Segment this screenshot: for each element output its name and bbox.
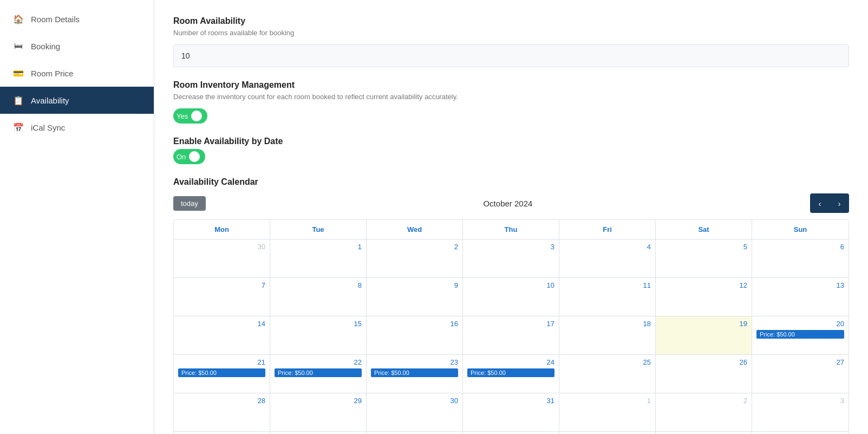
day-number: 7 <box>178 281 265 289</box>
day-header-tue: Tue <box>270 220 367 239</box>
calendar-cell[interactable]: 20Price: $50.00 <box>752 316 849 354</box>
calendar-cell[interactable]: 1 <box>559 393 656 431</box>
calendar-cell[interactable]: 9 <box>367 278 463 316</box>
today-button[interactable]: today <box>173 196 206 211</box>
enable-availability-toggle-wrapper: On <box>173 149 849 164</box>
sidebar-label-booking: Booking <box>31 42 60 51</box>
day-header-sat: Sat <box>656 220 752 239</box>
day-number: 16 <box>371 320 458 328</box>
calendar-cell[interactable]: 3 <box>752 393 849 431</box>
calendar-cell[interactable]: 12 <box>656 278 752 316</box>
calendar-cell[interactable]: 19 <box>656 316 752 354</box>
inventory-toggle[interactable]: Yes <box>173 108 207 124</box>
day-number: 31 <box>467 397 554 405</box>
availability-input[interactable] <box>173 44 849 67</box>
calendar-cell[interactable]: 23Price: $50.00 <box>367 355 463 393</box>
calendar-week-0: 30123456 <box>174 239 849 278</box>
calendar-cell[interactable]: 24Price: $50.00 <box>463 355 559 393</box>
day-number: 20 <box>756 320 844 328</box>
enable-availability-toggle[interactable]: On <box>173 149 205 164</box>
calendar-week-5: 45678910 <box>174 432 849 434</box>
day-number: 25 <box>564 358 651 366</box>
calendar-cell[interactable]: 30 <box>367 393 463 431</box>
calendar-cell[interactable]: 2 <box>367 239 463 277</box>
calendar-cell[interactable]: 4 <box>174 432 270 434</box>
booking-icon: 🛏 <box>12 40 24 52</box>
day-number: 1 <box>564 397 651 405</box>
price-tag: Price: $50.00 <box>178 368 265 377</box>
calendar-cell[interactable]: 1 <box>270 239 367 277</box>
calendar-cell[interactable]: 27 <box>752 355 849 393</box>
calendar-cell[interactable]: 8 <box>559 432 656 434</box>
calendar-cell[interactable]: 17 <box>463 316 559 354</box>
calendar-cell[interactable]: 22Price: $50.00 <box>270 355 367 393</box>
day-number: 2 <box>660 397 747 405</box>
calendar-cell[interactable]: 9 <box>656 432 752 434</box>
day-number: 5 <box>660 243 747 251</box>
sidebar-item-booking[interactable]: 🛏 Booking <box>0 33 154 60</box>
calendar-cell[interactable]: 30 <box>174 239 270 277</box>
calendar-week-1: 78910111213 <box>174 278 849 316</box>
day-header-fri: Fri <box>559 220 656 239</box>
calendar-cell[interactable]: 5 <box>270 432 367 434</box>
calendar-cell[interactable]: 6 <box>367 432 463 434</box>
day-header-sun: Sun <box>752 220 849 239</box>
inventory-toggle-label: Yes <box>177 112 188 120</box>
availability-title: Room Availability <box>173 16 849 26</box>
calendar-cell[interactable]: 6 <box>752 239 849 277</box>
price-tag: Price: $50.00 <box>756 330 844 339</box>
calendar-cell[interactable]: 7 <box>463 432 559 434</box>
inventory-toggle-wrapper: Yes <box>173 108 849 124</box>
calendar-header: today October 2024 ‹ › <box>173 193 849 213</box>
calendar-cell[interactable]: 4 <box>559 239 656 277</box>
main-content: Room Availability Number of rooms availa… <box>154 0 868 434</box>
calendar-week-3: 21Price: $50.0022Price: $50.0023Price: $… <box>174 355 849 393</box>
day-number: 30 <box>371 397 458 405</box>
day-number: 9 <box>371 281 458 289</box>
day-header-wed: Wed <box>367 220 463 239</box>
calendar-cell[interactable]: 31 <box>463 393 559 431</box>
price-tag: Price: $50.00 <box>275 368 362 377</box>
calendar-cell[interactable]: 7 <box>174 278 270 316</box>
sidebar-item-ical-sync[interactable]: 📅 iCal Sync <box>0 114 154 141</box>
calendar-section: Availability Calendar today October 2024… <box>173 177 849 434</box>
calendar-cell[interactable]: 14 <box>174 316 270 354</box>
calendar-cell[interactable]: 13 <box>752 278 849 316</box>
calendar-days-header: MonTueWedThuFriSatSun <box>174 220 849 239</box>
calendar-cell[interactable]: 10 <box>463 278 559 316</box>
calendar-cell[interactable]: 18 <box>559 316 656 354</box>
day-number: 12 <box>660 281 747 289</box>
sidebar-item-room-price[interactable]: 💳 Room Price <box>0 60 154 87</box>
calendar-prev-btn[interactable]: ‹ <box>810 193 830 213</box>
calendar-cell[interactable]: 15 <box>270 316 367 354</box>
calendar-cell[interactable]: 26 <box>656 355 752 393</box>
price-tag: Price: $50.00 <box>467 368 554 377</box>
day-number: 1 <box>275 243 362 251</box>
calendar-cell[interactable]: 2 <box>656 393 752 431</box>
calendar-next-btn[interactable]: › <box>830 193 849 213</box>
day-number: 19 <box>660 320 747 328</box>
sidebar-label-room-price: Room Price <box>31 69 73 78</box>
calendar-cell[interactable]: 11 <box>559 278 656 316</box>
calendar-cell[interactable]: 3 <box>463 239 559 277</box>
calendar-cell[interactable]: 25 <box>559 355 656 393</box>
calendar-cell[interactable]: 29 <box>270 393 367 431</box>
sidebar-item-availability[interactable]: 📋 Availability <box>0 87 154 114</box>
calendar-cell[interactable]: 5 <box>656 239 752 277</box>
day-number: 23 <box>371 358 458 366</box>
inventory-title: Room Inventory Management <box>173 80 849 90</box>
calendar-cell[interactable]: 21Price: $50.00 <box>174 355 270 393</box>
calendar-cell[interactable]: 28 <box>174 393 270 431</box>
day-number: 10 <box>467 281 554 289</box>
day-number: 2 <box>371 243 458 251</box>
ical-sync-icon: 📅 <box>12 121 24 133</box>
calendar-cell[interactable]: 16 <box>367 316 463 354</box>
calendar-cell[interactable]: 8 <box>270 278 367 316</box>
calendar-title: Availability Calendar <box>173 177 849 187</box>
calendar-cell[interactable]: 10 <box>752 432 849 434</box>
sidebar-item-room-details[interactable]: 🏠 Room Details <box>0 5 154 33</box>
day-number: 18 <box>564 320 651 328</box>
day-number: 13 <box>756 281 844 289</box>
day-number: 29 <box>275 397 362 405</box>
availability-section: Room Availability Number of rooms availa… <box>173 16 849 434</box>
